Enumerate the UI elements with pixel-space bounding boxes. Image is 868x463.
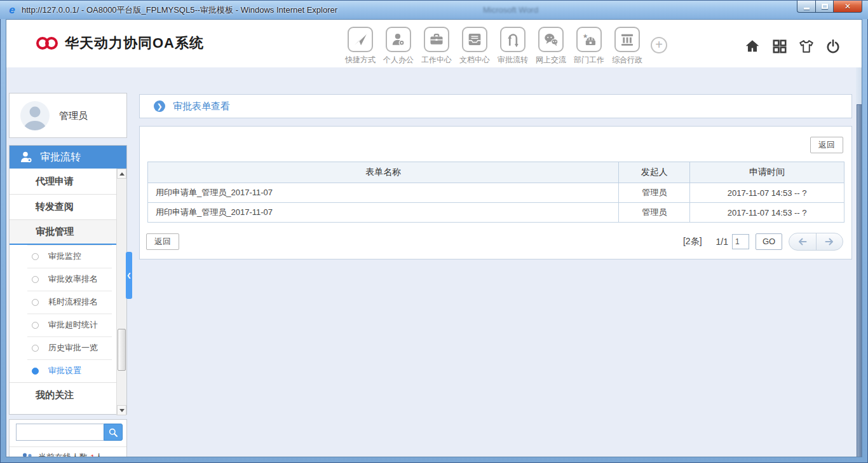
username-label: 管理员: [59, 110, 88, 122]
sidebar-item[interactable]: 耗时流程排名: [10, 291, 117, 314]
table-row[interactable]: 用印申请单_管理员_2017-11-07管理员2017-11-07 14:53 …: [148, 183, 844, 203]
column-header: 申请时间: [690, 162, 844, 183]
back-button-bottom[interactable]: 返回: [146, 233, 179, 250]
home-icon[interactable]: [744, 38, 761, 55]
search-icon: [108, 427, 118, 438]
user-panel[interactable]: 管理员: [9, 93, 127, 138]
next-page-arrow-icon[interactable]: [816, 233, 843, 250]
forms-table: 表单名称发起人申请时间 用印申请单_管理员_2017-11-07管理员2017-…: [147, 162, 844, 223]
sidebar-item-label: 审批效率排名: [48, 273, 98, 285]
minimize-button[interactable]: [797, 1, 815, 13]
briefcase-icon: [424, 27, 449, 52]
radio-icon: [32, 253, 39, 260]
theme-shirt-icon[interactable]: [798, 38, 815, 55]
nav-item-3[interactable]: 工作中心: [417, 27, 456, 66]
sidebar-search-panel: 当前在线人数 1 人: [9, 419, 127, 457]
background-window-ghost-text: Microsoft Word: [483, 5, 538, 15]
sidebar-item-label: 代理申请: [36, 176, 74, 188]
browser-window: e http://127.0.0.1/ - OA8000平台版_FPLMYSQL…: [0, 0, 868, 463]
content-panel: 返回 表单名称发起人申请时间 用印申请单_管理员_2017-11-07管理员20…: [139, 126, 852, 259]
nav-item-2[interactable]: 个人办公: [379, 27, 417, 66]
nav-item-label: 综合行政: [608, 55, 646, 66]
scroll-down-arrow[interactable]: [117, 405, 126, 415]
table-cell: 2017-11-07 14:53 -- ?: [690, 203, 844, 223]
sidebar-menu-list: 代理申请转发查阅审批管理审批监控审批效率排名耗时流程排名审批超时统计历史审批一览…: [10, 169, 117, 415]
radio-icon: [32, 276, 39, 283]
sidebar-item[interactable]: 审批设置: [10, 359, 117, 382]
nav-item-label: 部门工作: [570, 55, 608, 66]
apps-grid-icon[interactable]: [771, 38, 788, 55]
logo-infinity-icon: [36, 36, 58, 50]
table-row[interactable]: 用印申请单_管理员_2017-11-07管理员2017-11-07 14:53 …: [148, 203, 844, 223]
sidebar-item-label: 审批管理: [36, 226, 74, 238]
sidebar-item-label: 历史审批一览: [48, 342, 98, 354]
add-module-icon[interactable]: +: [651, 37, 667, 53]
online-users-count: 1: [90, 453, 95, 458]
browser-viewport: 华天动力协同OA系统 快捷方式个人办公工作中心文档中心审批流转网上交流★部门工作…: [6, 19, 862, 457]
page-body: 管理员 审批流转 代理申请转发查阅审批管理审批监控审批效率排名耗时流程排名审批超…: [6, 67, 862, 457]
title-bar: e http://127.0.0.1/ - OA8000平台版_FPLMYSQL…: [0, 0, 868, 19]
logo-text: 华天动力协同OA系统: [65, 34, 204, 53]
close-button[interactable]: ✕: [833, 1, 862, 13]
sidebar-item[interactable]: 审批超时统计: [10, 314, 117, 336]
online-users-status: 当前在线人数 1 人: [21, 452, 103, 457]
chevron-right-icon: ❯: [154, 100, 165, 112]
breadcrumb: ❯ 审批表单查看: [139, 94, 852, 118]
table-cell: 用印申请单_管理员_2017-11-07: [148, 203, 619, 223]
go-button[interactable]: GO: [756, 233, 782, 250]
sidebar-item[interactable]: 代理申请: [10, 169, 117, 194]
internet-explorer-icon: e: [6, 4, 18, 16]
sidebar-section-header[interactable]: 审批流转: [10, 146, 126, 169]
radio-selected-icon: [32, 368, 39, 375]
nav-item-1[interactable]: 快捷方式: [341, 27, 379, 66]
nav-item-4[interactable]: 文档中心: [456, 27, 494, 66]
column-header: 发起人: [619, 162, 690, 183]
table-cell: 管理员: [619, 203, 690, 223]
column-header: 表单名称: [148, 162, 619, 183]
sidebar-scrollbar-thumb[interactable]: [118, 329, 126, 371]
previous-page-arrow-icon[interactable]: [789, 233, 816, 250]
scroll-up-arrow[interactable]: [117, 169, 126, 179]
main-scrollbar[interactable]: [856, 67, 862, 457]
search-button[interactable]: [104, 424, 123, 441]
sidebar-item-label: 审批监控: [48, 251, 81, 262]
nav-item-label: 文档中心: [456, 55, 494, 66]
sidebar-item[interactable]: 审批效率排名: [10, 268, 117, 291]
nav-item-8[interactable]: 综合行政: [608, 27, 646, 66]
sidebar-item[interactable]: 转发查阅: [10, 194, 117, 219]
nav-item-5[interactable]: 审批流转: [494, 27, 532, 66]
online-users-label: 当前在线人数: [38, 452, 88, 457]
nav-item-6[interactable]: 网上交流: [532, 27, 570, 66]
page-number-input[interactable]: [732, 234, 749, 249]
sidebar-item[interactable]: 审批监控: [10, 245, 117, 268]
table-cell: 管理员: [619, 183, 690, 203]
sidebar-item-label: 审批超时统计: [48, 319, 98, 331]
main-scrollbar-thumb[interactable]: [857, 104, 862, 457]
document-tray-icon: [462, 27, 487, 52]
sidebar-section-title: 审批流转: [40, 151, 81, 164]
sidebar-scrollbar[interactable]: [116, 169, 126, 415]
online-users-unit: 人: [95, 452, 103, 457]
sidebar-menu-panel: 审批流转 代理申请转发查阅审批管理审批监控审批效率排名耗时流程排名审批超时统计历…: [9, 145, 127, 415]
back-button-top[interactable]: 返回: [810, 137, 843, 153]
bank-icon: [614, 27, 640, 52]
sidebar-item[interactable]: 审批管理: [10, 219, 117, 245]
power-icon[interactable]: [825, 38, 841, 55]
radio-icon: [32, 322, 39, 329]
maximize-button[interactable]: [815, 1, 833, 13]
sidebar-collapse-handle[interactable]: ❮: [126, 252, 132, 299]
table-cell: 用印申请单_管理员_2017-11-07: [148, 183, 619, 203]
sidebar-item[interactable]: 我的关注: [10, 382, 117, 408]
person-badge-icon: [20, 150, 34, 164]
nav-item-label: 快捷方式: [341, 55, 379, 66]
record-count: [2条]: [683, 236, 702, 247]
nav-item-7[interactable]: ★部门工作: [570, 27, 608, 66]
svg-text:★: ★: [583, 32, 588, 39]
page-indicator: 1/1: [716, 237, 728, 247]
window-controls: ✕: [797, 1, 862, 13]
sidebar-item-label: 转发查阅: [36, 201, 74, 213]
search-input[interactable]: [16, 424, 104, 441]
radio-icon: [32, 299, 39, 306]
sidebar-item[interactable]: 历史审批一览: [10, 336, 117, 359]
group-people-icon: [21, 453, 34, 458]
